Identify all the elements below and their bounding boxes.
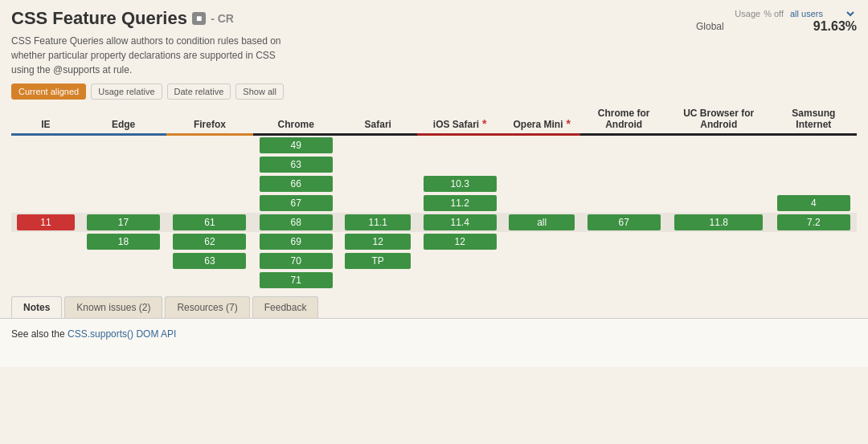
browser-table-wrapper: IE Edge Firefox Chrome Safari iOS Safari… [0,104,868,290]
version-cell [339,271,417,290]
version-cell [11,271,80,290]
filter-current-aligned[interactable]: Current aligned [11,84,86,100]
col-header-safari: Safari [339,104,417,135]
col-header-chrome: Chrome [253,104,339,135]
version-cell: 63 [253,155,339,174]
version-cell [580,251,666,271]
version-cell [667,174,771,193]
version-cell [166,135,252,156]
version-cell [11,193,80,213]
version-cell [771,155,857,174]
version-cell [166,271,252,290]
version-cell: 7.2 [771,213,857,232]
title-section: CSS Feature Queries ■ - CR CSS Feature Q… [11,8,696,77]
version-cell [166,155,252,174]
version-cell [580,193,666,213]
version-cell: 70 [253,251,339,271]
version-cell: 63 [166,251,252,271]
version-cell [580,155,666,174]
tab-feedback[interactable]: Feedback [252,296,319,318]
version-cell [80,155,166,174]
usage-label-text: Usage [735,9,760,18]
version-cell [417,251,503,271]
version-cell [339,174,417,193]
version-cell: 49 [253,135,339,156]
tab-notes[interactable]: Notes [11,296,62,318]
version-cell [417,271,503,290]
page-title: CSS Feature Queries ■ - CR [11,8,696,29]
version-cell [503,193,581,213]
version-cell [11,135,80,156]
version-cell [80,193,166,213]
col-header-ie: IE [11,104,80,135]
filter-usage-relative[interactable]: Usage relative [91,84,162,100]
col-header-uc-browser: UC Browser forAndroid [667,104,771,135]
version-cell [771,251,857,271]
version-cell [771,271,857,290]
version-cell [166,174,252,193]
version-cell: 18 [80,232,166,251]
version-cell [667,232,771,251]
usage-percent-label: % off [764,9,784,18]
version-cell [771,135,857,156]
header-area: CSS Feature Queries ■ - CR CSS Feature Q… [0,0,868,80]
version-cell: 62 [166,232,252,251]
version-cell [80,251,166,271]
version-cell: 66 [253,174,339,193]
version-cell: 12 [339,232,417,251]
version-cell [80,174,166,193]
version-cell [11,174,80,193]
version-cell [503,251,581,271]
filter-bar: Current aligned Usage relative Date rela… [0,80,868,104]
version-cell: 67 [253,193,339,213]
version-cell [503,232,581,251]
title-badge: ■ [192,12,206,25]
version-cell: 10.3 [417,174,503,193]
version-cell [580,135,666,156]
css-supports-link[interactable]: CSS.supports() DOM API [68,328,176,340]
tab-known-issues[interactable]: Known issues (2) [64,296,162,318]
version-cell [667,155,771,174]
version-cell: 12 [417,232,503,251]
version-cell [339,155,417,174]
version-cell [503,174,581,193]
cr-label: - CR [211,12,234,25]
version-cell: 11 [11,213,80,232]
description: CSS Feature Queries allow authors to con… [11,34,413,77]
version-cell [339,135,417,156]
usage-scope: Global [696,21,724,32]
version-cell [417,135,503,156]
version-cell [417,155,503,174]
version-cell [503,135,581,156]
col-header-ios-safari: iOS Safari [417,104,503,135]
version-cell: 67 [580,213,666,232]
usage-section: Usage % off all users tracked users Glob… [696,8,857,34]
version-cell [11,232,80,251]
version-cell [667,271,771,290]
version-cell: TP [339,251,417,271]
col-header-samsung: SamsungInternet [771,104,857,135]
version-cell [667,135,771,156]
version-cell [667,251,771,271]
tab-resources[interactable]: Resources (7) [165,296,249,318]
version-cell [80,271,166,290]
tab-notes-content: See also the CSS.supports() DOM API [11,328,176,340]
version-cell: 11.4 [417,213,503,232]
version-cell [580,271,666,290]
version-cell [339,193,417,213]
version-cell [503,155,581,174]
version-cell [11,155,80,174]
version-cell [11,251,80,271]
tabs-bar: Notes Known issues (2) Resources (7) Fee… [0,290,868,319]
tab-content-area: See also the CSS.supports() DOM API [0,319,868,367]
filter-show-all[interactable]: Show all [235,84,284,100]
version-cell: 61 [166,213,252,232]
version-cell: 4 [771,193,857,213]
col-header-opera-mini: Opera Mini [503,104,581,135]
user-type-select[interactable]: all users tracked users [787,8,857,19]
filter-date-relative[interactable]: Date relative [167,84,231,100]
version-cell: 68 [253,213,339,232]
version-cell [771,232,857,251]
version-cell: all [503,213,581,232]
title-text: CSS Feature Queries [11,8,187,29]
